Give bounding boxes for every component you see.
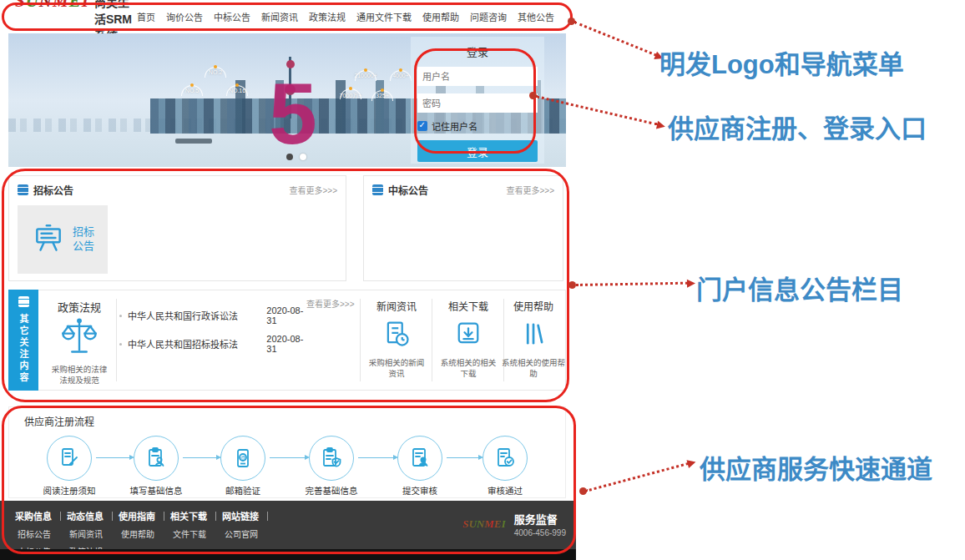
panel-icon <box>18 296 29 307</box>
stat-badge: NO.5 <box>172 85 212 93</box>
annotation-label-portal: 门户信息公告栏目 <box>696 269 903 306</box>
annotation-arrow <box>573 21 656 56</box>
login-panel: 登录 记住用户名 登录 忘记密码 供应商注册 <box>411 37 544 164</box>
bid-view-more-link[interactable]: 查看更多>>> <box>289 184 337 196</box>
award-view-more-link[interactable]: 查看更多>>> <box>506 184 554 196</box>
flow-arrow <box>96 457 129 458</box>
logo-wordmark: SUNMEI <box>15 0 89 12</box>
hero-banner: 5 NO.2 NO.5 NO.16 210000+ 4000+ 7000万+ 3… <box>8 33 566 167</box>
nav-item-other[interactable]: 其他公告 <box>518 10 554 23</box>
footer-logo: SUNMEI <box>462 517 505 531</box>
footer-col-title: 网站链接 <box>222 509 272 522</box>
step-label: 邮箱验证 <box>205 484 280 497</box>
nav-item-help[interactable]: 使用帮助 <box>422 10 459 23</box>
step-label: 完善基础信息 <box>294 484 369 497</box>
login-title: 登录 <box>417 43 538 59</box>
step-circle-approved <box>482 436 528 481</box>
submit-review-icon <box>407 446 432 471</box>
scales-icon <box>61 317 98 361</box>
tile-label: 招标 公告 <box>73 225 94 254</box>
panel-title: 中标公告 <box>388 183 428 197</box>
nav-item-inquiry[interactable]: 询价公告 <box>166 10 203 23</box>
stat-badge: NO.2 <box>195 67 235 75</box>
nav-item-downloads[interactable]: 通用文件下载 <box>356 10 412 23</box>
nav-item-policy[interactable]: 政策法规 <box>309 10 346 23</box>
carousel-dot-1[interactable] <box>286 154 293 160</box>
divider <box>116 299 117 381</box>
annotation-label-nav: 明发Logo和导航菜单 <box>659 43 904 81</box>
nav-item-award[interactable]: 中标公告 <box>214 10 250 23</box>
divider <box>360 299 361 381</box>
page: SUNMEI 尚美生活SRM系统 首页 询价公告 中标公告 新闻资讯 政策法规 … <box>0 0 965 560</box>
bid-announcement-tile[interactable]: 招标 公告 <box>18 205 108 274</box>
annotation-dot <box>568 281 576 289</box>
side-tab-label: 其它关注内容 <box>17 314 30 384</box>
step-label: 审核通过 <box>467 484 543 497</box>
step-circle-email-verify: @ <box>220 436 265 481</box>
info-band: 其它关注内容 政策法规 采购相关的法律 法规及规范 <box>8 290 566 391</box>
service-supervision-label: 服务监督 <box>514 511 566 527</box>
footer-col-title: 动态信息 <box>67 509 117 522</box>
login-button[interactable]: 登录 <box>417 140 538 162</box>
carousel-dots <box>286 154 306 160</box>
policy-list-item[interactable]: 中华人民共和国招标投标法 2020-08-31 <box>119 334 311 354</box>
carousel-dot-2[interactable] <box>300 154 306 160</box>
policy-view-more-link[interactable]: 查看更多>>> <box>306 297 355 310</box>
remember-checkbox[interactable] <box>417 121 427 131</box>
nav-menu: 首页 询价公告 中标公告 新闻资讯 政策法规 通用文件下载 使用帮助 问题咨询 … <box>137 10 554 23</box>
step-label: 阅读注册须知 <box>32 484 107 497</box>
policy-title: 政策法规 <box>44 299 114 315</box>
help-column[interactable]: 使用帮助 系统相关的使用帮 助 <box>500 290 567 380</box>
footer-col-title: 相关下载 <box>170 509 220 522</box>
annotation-label-flow: 供应商服务快速通道 <box>700 448 932 486</box>
stat-badge: NO.16 <box>217 85 257 93</box>
policy-list: 中华人民共和国行政诉讼法 2020-08-31 中华人民共和国招标投标法 202… <box>119 305 311 362</box>
email-verify-icon: @ <box>230 446 255 471</box>
footer-bottom-strip <box>0 549 576 560</box>
panel-title: 招标公告 <box>33 183 73 197</box>
nav-item-news[interactable]: 新闻资讯 <box>261 10 298 23</box>
flow-arrow <box>183 457 216 458</box>
footer-link[interactable]: 新闻资讯 <box>69 527 117 540</box>
step-label: 提交审核 <box>382 484 457 497</box>
award-announcement-panel: 中标公告 查看更多>>> <box>363 175 563 281</box>
approved-icon <box>493 446 518 471</box>
footer-link[interactable]: 文件下载 <box>173 527 220 540</box>
svg-text:@: @ <box>240 455 245 461</box>
password-input[interactable] <box>417 93 538 113</box>
step-circle-fill-info <box>134 436 179 481</box>
footer-link[interactable]: 公司官网 <box>225 527 272 540</box>
nav-item-consult[interactable]: 问题咨询 <box>470 10 507 23</box>
fill-info-icon <box>144 446 169 471</box>
flow-title: 供应商注册流程 <box>24 414 94 428</box>
news-icon <box>363 319 430 352</box>
remember-label: 记住用户名 <box>432 119 477 133</box>
flow-arrow <box>358 457 393 458</box>
policy-caption: 采购相关的法律 法规及规范 <box>41 364 118 386</box>
flow-arrow <box>270 457 305 458</box>
flow-arrow <box>447 457 478 458</box>
read-notice-icon <box>57 446 82 471</box>
panel-icon <box>372 184 383 195</box>
nav-item-home[interactable]: 首页 <box>137 10 155 23</box>
boat <box>175 139 212 144</box>
footer-col-title: 采购信息 <box>15 509 65 522</box>
footer-link[interactable]: 使用帮助 <box>121 527 169 540</box>
download-column[interactable]: 相关下载 系统相关的相关 下载 <box>435 290 502 380</box>
step-label: 填写基础信息 <box>119 484 194 497</box>
bid-announcement-panel: 招标公告 查看更多>>> 招标 公告 <box>8 175 346 281</box>
books-icon <box>500 319 567 352</box>
supplier-flow-section: 供应商注册流程 @ <box>8 406 566 498</box>
username-input[interactable] <box>417 67 538 86</box>
divider <box>432 299 432 381</box>
news-column[interactable]: 新闻资讯 采购相关的新闻 资讯 <box>363 290 430 380</box>
footer-link[interactable]: 招标公告 <box>18 527 65 540</box>
policy-list-item[interactable]: 中华人民共和国行政诉讼法 2020-08-31 <box>119 305 311 325</box>
step-circle-complete-info <box>309 436 354 481</box>
top-nav: SUNMEI 尚美生活SRM系统 首页 询价公告 中标公告 新闻资讯 政策法规 … <box>0 0 576 33</box>
panel-icon <box>18 184 28 195</box>
footer-col-title: 使用指南 <box>119 509 169 522</box>
bulletin-board-icon <box>31 222 66 257</box>
annotation-arrow <box>585 462 689 492</box>
side-tab-other-content[interactable]: 其它关注内容 <box>8 290 38 391</box>
